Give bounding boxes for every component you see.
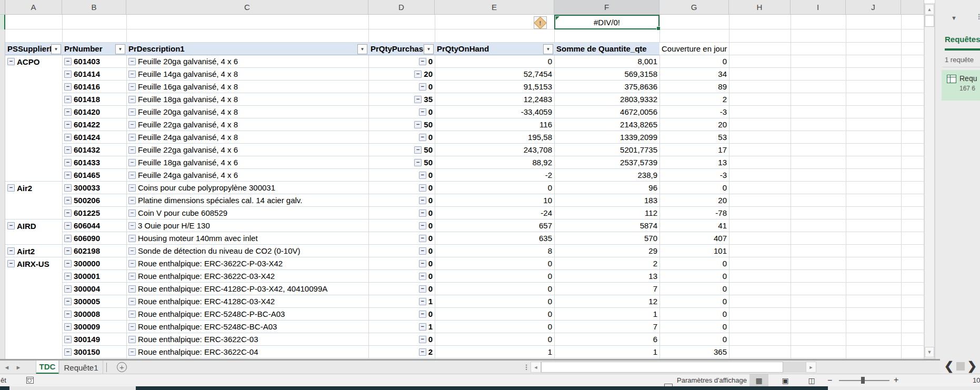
collapse-icon[interactable]: −: [419, 285, 426, 293]
cell-prnumber[interactable]: −300033: [62, 182, 126, 194]
collapse-icon[interactable]: −: [419, 209, 426, 217]
cell-supplier[interactable]: [5, 169, 62, 182]
cell-qty-purchased[interactable]: −0: [368, 270, 435, 283]
cell-couverture[interactable]: -3: [659, 106, 729, 118]
collapse-icon[interactable]: −: [128, 58, 136, 65]
collapse-icon[interactable]: −: [64, 336, 72, 343]
zoom-in-button[interactable]: +: [894, 375, 898, 385]
cell-somme-quantite[interactable]: 112: [554, 207, 659, 219]
cell-qty-purchased[interactable]: −0: [368, 194, 435, 207]
column-header-H[interactable]: H: [729, 0, 791, 15]
collapse-icon[interactable]: −: [419, 222, 426, 229]
cell-supplier[interactable]: [5, 308, 62, 321]
cell-description[interactable]: −Feuille 20ga galvanisé, 4 x 8: [126, 106, 368, 118]
collapse-icon[interactable]: −: [128, 273, 136, 280]
view-normal-button[interactable]: ▦: [749, 374, 768, 387]
scrollbar-splitter[interactable]: •••: [525, 364, 528, 372]
vscroll-thumb[interactable]: [925, 15, 934, 27]
sheet-tab-requete1[interactable]: Requête1: [59, 361, 103, 374]
cell-couverture[interactable]: 13: [659, 156, 729, 169]
cell-description[interactable]: −Roue enthalpique: ERC-3622C-04: [126, 346, 368, 358]
cell-supplier[interactable]: −AIRX-US: [5, 257, 62, 270]
vscroll-up-icon[interactable]: ▲: [925, 4, 934, 15]
collapse-icon[interactable]: −: [128, 197, 136, 204]
cell-supplier[interactable]: −Airt2: [5, 245, 62, 257]
cell-somme-quantite[interactable]: 183: [554, 194, 659, 207]
cell-couverture[interactable]: 53: [659, 131, 729, 144]
collapse-icon[interactable]: −: [128, 184, 136, 192]
cell-somme-quantite[interactable]: 1: [554, 308, 659, 321]
cell-description[interactable]: −Feuille 22ga galvanisé, 4 x 8: [126, 118, 368, 131]
collapse-icon[interactable]: −: [419, 134, 426, 141]
row-header-strip[interactable]: [0, 15, 5, 359]
cell-description[interactable]: −Feuille 18ga galvanisé, 4 x 6: [126, 156, 368, 169]
view-page-layout-button[interactable]: ▣: [776, 374, 795, 387]
cell-prnumber[interactable]: −601432: [62, 144, 126, 156]
collapse-icon[interactable]: −: [128, 222, 136, 229]
cell-prnumber[interactable]: −300005: [62, 295, 126, 308]
cell-qty-on-hand[interactable]: 88,92: [435, 156, 554, 169]
cell-supplier[interactable]: [5, 295, 62, 308]
collapse-icon[interactable]: −: [419, 83, 426, 91]
cell-prnumber[interactable]: −606044: [62, 219, 126, 232]
cell-somme-quantite[interactable]: 29: [554, 245, 659, 257]
collapse-icon[interactable]: −: [128, 209, 136, 217]
cell-somme-quantite[interactable]: 570: [554, 232, 659, 245]
collapse-icon[interactable]: −: [419, 348, 426, 356]
cell-qty-on-hand[interactable]: 52,7454: [435, 68, 554, 81]
filter-dropdown-icon[interactable]: ▼: [543, 44, 553, 54]
collapse-icon[interactable]: −: [419, 336, 426, 343]
cell-qty-on-hand[interactable]: 0: [435, 270, 554, 283]
cell-somme-quantite[interactable]: 13: [554, 270, 659, 283]
column-header-D[interactable]: D: [368, 0, 435, 15]
hscroll-left-icon[interactable]: ◄: [531, 362, 541, 373]
cell-qty-purchased[interactable]: −50: [368, 144, 435, 156]
cell-supplier[interactable]: [5, 106, 62, 118]
field-header-prdescription1[interactable]: PrDescription1▼: [126, 43, 368, 55]
view-page-break-button[interactable]: ◫: [802, 374, 821, 387]
fill-handle[interactable]: [656, 26, 661, 31]
macro-record-icon[interactable]: [26, 377, 34, 384]
hscroll-thumb[interactable]: [541, 362, 783, 373]
cell-somme-quantite[interactable]: 12: [554, 295, 659, 308]
collapse-icon[interactable]: −: [128, 311, 136, 318]
cell-supplier[interactable]: [5, 68, 62, 81]
cell-prnumber[interactable]: −300009: [62, 321, 126, 333]
collapse-icon[interactable]: −: [128, 96, 136, 103]
cell-qty-purchased[interactable]: −0: [368, 131, 435, 144]
cell-description[interactable]: −Feuille 20ga galvanisé, 4 x 6: [126, 55, 368, 68]
query-list-item[interactable]: Requ 167 6: [942, 70, 980, 101]
cell-couverture[interactable]: 20: [659, 118, 729, 131]
field-header-pssuppliernu[interactable]: PSSupplierNu▼: [5, 43, 62, 55]
collapse-icon[interactable]: −: [414, 96, 422, 103]
collapse-icon[interactable]: −: [419, 172, 426, 179]
collapse-icon[interactable]: −: [128, 159, 136, 166]
cell-couverture[interactable]: 407: [659, 232, 729, 245]
cell-qty-on-hand[interactable]: 10: [435, 194, 554, 207]
filter-dropdown-icon[interactable]: ▼: [115, 44, 125, 54]
collapse-icon[interactable]: −: [419, 58, 426, 65]
collapse-icon[interactable]: −: [64, 235, 72, 242]
cell-somme-quantite[interactable]: 6: [554, 333, 659, 346]
collapse-icon[interactable]: −: [128, 260, 136, 267]
cell-qty-on-hand[interactable]: 0: [435, 257, 554, 270]
cell-prnumber[interactable]: −601225: [62, 207, 126, 219]
cell-somme-quantite[interactable]: 8,001: [554, 55, 659, 68]
cell-supplier[interactable]: [5, 321, 62, 333]
collapse-icon[interactable]: −: [419, 184, 426, 192]
collapse-icon[interactable]: −: [64, 121, 72, 128]
cell-somme-quantite[interactable]: 2: [554, 257, 659, 270]
collapse-icon[interactable]: −: [128, 348, 136, 356]
collapse-icon[interactable]: −: [64, 134, 72, 141]
cell-description[interactable]: −Roue enthalpique: ERC-3622C-03-X42: [126, 270, 368, 283]
cell-description[interactable]: −Sonde de détection du niveau de CO2 (0-…: [126, 245, 368, 257]
pane-more-icon[interactable]: •••: [977, 14, 980, 22]
cell-couverture[interactable]: 20: [659, 194, 729, 207]
collapse-icon[interactable]: −: [128, 172, 136, 179]
collapse-icon[interactable]: −: [419, 273, 426, 280]
collapse-icon[interactable]: −: [419, 323, 426, 331]
cell-couverture[interactable]: 34: [659, 68, 729, 81]
cell-qty-on-hand[interactable]: 8: [435, 245, 554, 257]
collapse-icon[interactable]: −: [64, 260, 72, 267]
column-header-G[interactable]: G: [659, 0, 729, 15]
